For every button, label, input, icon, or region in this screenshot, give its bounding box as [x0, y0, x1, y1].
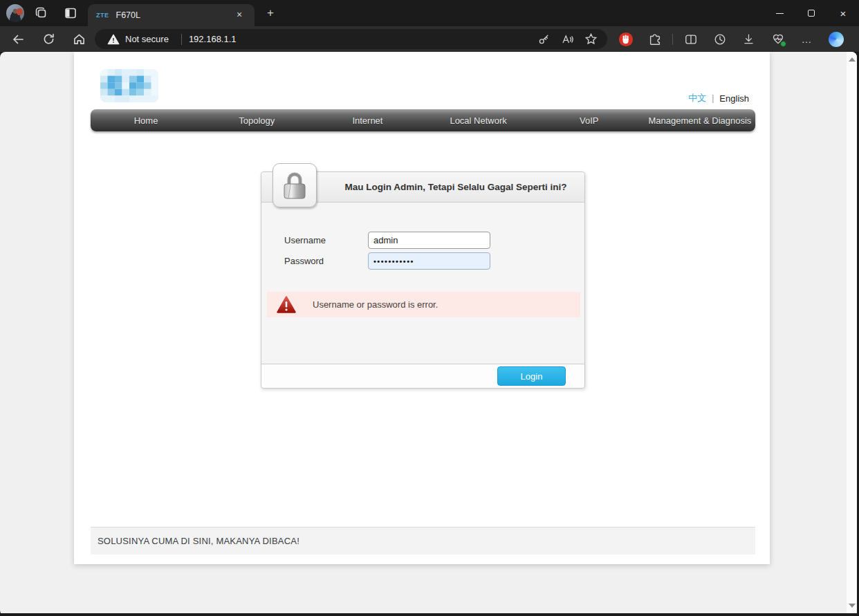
- nav-item-home[interactable]: Home: [91, 109, 201, 131]
- split-screen-icon[interactable]: [679, 30, 702, 49]
- router-page: 中文 | English Home Topology Internet Loca…: [74, 52, 770, 564]
- nav-item-local-network[interactable]: Local Network: [423, 109, 534, 131]
- refresh-button[interactable]: [37, 29, 59, 49]
- scroll-up-icon[interactable]: [849, 57, 856, 62]
- adblock-icon[interactable]: [614, 30, 637, 49]
- tab-close-icon[interactable]: ×: [232, 8, 246, 22]
- vertical-scrollbar[interactable]: [847, 52, 857, 613]
- essentials-status-badge: [780, 41, 786, 47]
- close-button[interactable]: ×: [827, 0, 859, 26]
- nav-item-internet[interactable]: Internet: [312, 109, 423, 131]
- scroll-down-icon[interactable]: [849, 604, 856, 608]
- tab-title: F670L: [116, 10, 233, 20]
- browser-toolbar: Not secure 192.168.1.1: [0, 26, 859, 52]
- zte-favicon: ZTE: [96, 12, 109, 19]
- language-english-link[interactable]: English: [719, 93, 749, 104]
- nav-item-management-diagnosis[interactable]: Management & Diagnosis: [645, 109, 755, 131]
- home-button[interactable]: [68, 29, 90, 49]
- browser-window: { "browser": { "tab": { "favicon_text": …: [0, 0, 859, 616]
- login-panel: Mau Login Admin, Tetapi Selalu Gagal Sep…: [261, 171, 585, 389]
- vertical-tabs-icon[interactable]: [62, 6, 79, 21]
- username-row: Username: [284, 232, 490, 249]
- password-row: Password: [284, 252, 490, 270]
- back-icon: [11, 32, 25, 46]
- read-aloud-icon[interactable]: [557, 31, 577, 48]
- browser-tab[interactable]: ZTE F670L ×: [88, 4, 255, 26]
- language-chinese-link[interactable]: 中文: [688, 92, 706, 104]
- login-panel-footer: Login: [261, 364, 584, 388]
- site-security-chip[interactable]: Not secure: [102, 34, 174, 45]
- refresh-icon: [42, 32, 55, 46]
- login-error-text: Username or password is error.: [313, 299, 438, 310]
- login-error-banner: Username or password is error.: [267, 292, 580, 317]
- page-footer-bar: SOLUSINYA CUMA DI SINI, MAKANYA DIBACA!: [91, 527, 755, 554]
- address-divider: [181, 34, 182, 45]
- url-text: 192.168.1.1: [189, 34, 237, 44]
- more-options-icon[interactable]: …: [795, 30, 818, 49]
- favorites-star-icon[interactable]: [581, 31, 600, 48]
- copilot-button[interactable]: [824, 30, 847, 49]
- address-bar-actions: [534, 31, 600, 48]
- workspaces-icon[interactable]: [33, 6, 50, 21]
- page-footer-text: SOLUSINYA CUMA DI SINI, MAKANYA DIBACA!: [98, 536, 299, 546]
- nav-item-topology[interactable]: Topology: [201, 109, 312, 131]
- back-button[interactable]: [7, 29, 29, 49]
- extensions-icon[interactable]: [643, 30, 666, 49]
- security-label: Not secure: [125, 34, 169, 44]
- error-warning-icon: [277, 296, 296, 314]
- minimize-icon: [776, 13, 784, 14]
- window-controls: ×: [764, 0, 859, 26]
- minimize-button[interactable]: [764, 0, 795, 26]
- profile-avatar[interactable]: [6, 4, 24, 22]
- password-input[interactable]: [368, 252, 490, 270]
- toolbar-extensions-area: …: [614, 29, 847, 49]
- username-input[interactable]: [368, 232, 490, 249]
- copilot-icon: [829, 32, 844, 47]
- close-icon: ×: [840, 8, 847, 19]
- language-selector: 中文 | English: [688, 92, 749, 104]
- username-label: Username: [284, 235, 368, 245]
- nav-item-voip[interactable]: VoIP: [534, 109, 645, 131]
- password-key-icon[interactable]: [534, 31, 553, 48]
- main-navigation: Home Topology Internet Local Network VoI…: [91, 109, 755, 131]
- maximize-button[interactable]: [795, 0, 827, 26]
- login-panel-title: Mau Login Admin, Tetapi Selalu Gagal Sep…: [344, 182, 566, 192]
- toolbar-divider: [672, 34, 673, 45]
- history-icon[interactable]: [708, 30, 731, 49]
- login-panel-header: Mau Login Admin, Tetapi Selalu Gagal Sep…: [261, 172, 584, 203]
- login-button[interactable]: Login: [497, 366, 566, 386]
- tab-bar: ZTE F670L × + ×: [0, 0, 859, 26]
- maximize-icon: [808, 10, 815, 17]
- web-content-viewport: 中文 | English Home Topology Internet Loca…: [0, 52, 857, 613]
- new-tab-button[interactable]: +: [261, 7, 279, 21]
- padlock-icon: [273, 163, 317, 207]
- home-icon: [73, 32, 86, 46]
- language-divider: |: [712, 93, 714, 103]
- not-secure-warning-icon: [107, 34, 120, 45]
- address-bar[interactable]: Not secure 192.168.1.1: [95, 29, 607, 49]
- browser-essentials-icon[interactable]: [766, 30, 789, 49]
- downloads-icon[interactable]: [737, 30, 760, 49]
- zte-logo-blurred: [100, 69, 158, 102]
- password-label: Password: [284, 256, 368, 266]
